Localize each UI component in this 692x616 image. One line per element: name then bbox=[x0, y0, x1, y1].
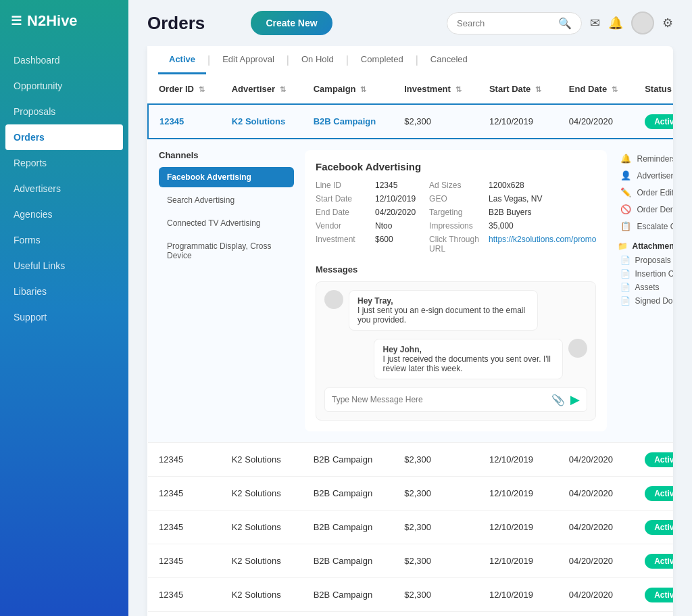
action-reminders[interactable]: 🔔 Reminders bbox=[618, 150, 673, 167]
sidebar-item-agencies[interactable]: Agencies bbox=[0, 202, 128, 227]
sidebar-item-proposals[interactable]: Proposals bbox=[0, 99, 128, 124]
table-row[interactable]: 12345 K2 Solutions B2B Campaign $2,300 1… bbox=[148, 544, 673, 578]
row1-start-date: 12/10/2019 bbox=[478, 443, 558, 477]
status-badge-expanded: Active bbox=[645, 114, 673, 129]
bell-icon[interactable]: 🔔 bbox=[608, 16, 623, 30]
attachments-title: 📁 Attachments bbox=[618, 241, 673, 251]
sort-icon-end-date[interactable]: ⇅ bbox=[612, 85, 618, 93]
sidebar-item-dashboard[interactable]: Dashboard bbox=[0, 47, 128, 73]
sidebar-item-forms[interactable]: Forms bbox=[0, 227, 128, 253]
sidebar-nav: Dashboard Opportunity Proposals Orders R… bbox=[0, 42, 128, 335]
expanded-end-date: 04/20/2020 bbox=[558, 104, 634, 139]
msg1-body: I just sent you an e-sign document to th… bbox=[357, 306, 525, 325]
attachment-insertion-orders[interactable]: 📄 Insertion Orders bbox=[618, 267, 673, 281]
sort-icon-campaign[interactable]: ⇅ bbox=[360, 85, 366, 93]
orders-table: Order ID ⇅ Advertiser ⇅ Campaign ⇅ Inv bbox=[147, 74, 673, 616]
action-escalate[interactable]: 📋 Escalate Order bbox=[618, 218, 673, 235]
sidebar-item-advertisers[interactable]: Advertisers bbox=[0, 176, 128, 202]
detail-line-id: Line ID 12345 bbox=[316, 181, 416, 190]
sort-icon-start-date[interactable]: ⇅ bbox=[535, 85, 541, 93]
tab-completed[interactable]: Completed bbox=[350, 46, 414, 74]
detail-geo: GEO Las Vegas, NV bbox=[429, 194, 596, 204]
sort-icon-order-id[interactable]: ⇅ bbox=[199, 85, 205, 93]
message-input[interactable] bbox=[332, 395, 546, 404]
app-logo[interactable]: ☰ N2Hive bbox=[0, 0, 128, 42]
col-order-id[interactable]: Order ID ⇅ bbox=[148, 74, 221, 104]
sidebar-item-opportunity[interactable]: Opportunity bbox=[0, 73, 128, 99]
sidebar-item-support[interactable]: Support bbox=[0, 304, 128, 330]
expanded-advertiser[interactable]: K2 Solutions bbox=[221, 104, 303, 139]
expanded-campaign[interactable]: B2B Campaign bbox=[303, 104, 394, 139]
table-row-expanded[interactable]: 12345 K2 Solutions B2B Campaign $2,300 1… bbox=[148, 104, 673, 139]
tab-active[interactable]: Active bbox=[158, 46, 206, 74]
create-new-button[interactable]: Create New bbox=[251, 11, 332, 35]
table-row[interactable]: 12345 K2 Solutions B2B Campaign $2,300 1… bbox=[148, 511, 673, 544]
user-avatar[interactable] bbox=[631, 11, 654, 34]
attachment-signed-docs[interactable]: 📄 Signed Documents bbox=[618, 294, 673, 308]
channels-panel: Channels Facebook Advertising Search Adv… bbox=[159, 150, 294, 431]
content-area: Active | Edit Approval | On Hold | Compl… bbox=[128, 46, 692, 616]
search-container[interactable]: 🔍 bbox=[447, 12, 582, 34]
escalate-icon: 📋 bbox=[620, 221, 631, 231]
order-edit-icon: ✏️ bbox=[620, 187, 631, 197]
tab-divider-2: | bbox=[287, 54, 289, 66]
attachment-proposals[interactable]: 📄 Proposals bbox=[618, 254, 673, 267]
action-advertiser-history[interactable]: 👤 Advertiser History bbox=[618, 167, 673, 184]
channel-programmatic[interactable]: Programmatic Display, Cross Device bbox=[159, 236, 294, 266]
sidebar-item-useful-links[interactable]: Useful Links bbox=[0, 253, 128, 279]
tab-divider-4: | bbox=[416, 54, 418, 66]
message-2: Hey John, I just received the documents … bbox=[324, 339, 587, 379]
attachment-assets[interactable]: 📄 Assets bbox=[618, 281, 673, 294]
row2-investment: $2,300 bbox=[393, 477, 478, 511]
col-end-date[interactable]: End Date ⇅ bbox=[558, 74, 634, 104]
expanded-order-id[interactable]: 12345 bbox=[148, 104, 221, 139]
col-advertiser[interactable]: Advertiser ⇅ bbox=[221, 74, 303, 104]
tab-canceled[interactable]: Canceled bbox=[420, 46, 478, 74]
row1-order-id: 12345 bbox=[148, 443, 221, 477]
send-button[interactable]: ▶ bbox=[570, 392, 580, 407]
sort-icon-advertiser[interactable]: ⇅ bbox=[280, 85, 286, 93]
table-row[interactable]: 12345 K2 Solutions B2B Campaign $2,300 1… bbox=[148, 612, 673, 617]
table-row[interactable]: 12345 K2 Solutions B2B Campaign $2,300 1… bbox=[148, 477, 673, 511]
advertiser-history-icon: 👤 bbox=[620, 170, 631, 181]
channel-connected-tv[interactable]: Connected TV Advertising bbox=[159, 213, 294, 233]
folder-icon-signed: 📄 bbox=[620, 296, 631, 306]
table-row[interactable]: 12345 K2 Solutions B2B Campaign $2,300 1… bbox=[148, 443, 673, 477]
search-input[interactable] bbox=[457, 18, 553, 28]
sidebar-item-reports[interactable]: Reports bbox=[0, 150, 128, 176]
detail-impressions: Impressions 35,000 bbox=[429, 221, 596, 231]
status-badge-2: Active bbox=[645, 486, 673, 501]
col-campaign[interactable]: Campaign ⇅ bbox=[303, 74, 394, 104]
status-badge-3: Active bbox=[645, 520, 673, 535]
status-badge-1: Active bbox=[645, 452, 673, 467]
col-status[interactable]: Status ⇅ bbox=[634, 74, 673, 104]
tab-divider-1: | bbox=[207, 54, 210, 66]
sidebar-item-libraries[interactable]: Libaries bbox=[0, 279, 128, 304]
attachment-icon[interactable]: 📎 bbox=[551, 394, 565, 406]
hamburger-icon[interactable]: ☰ bbox=[11, 14, 22, 28]
sort-icon-investment[interactable]: ⇅ bbox=[455, 85, 462, 93]
message-input-row[interactable]: 📎 ▶ bbox=[324, 387, 587, 412]
channel-facebook[interactable]: Facebook Advertising bbox=[159, 167, 294, 187]
mail-icon[interactable]: ✉ bbox=[590, 16, 600, 30]
col-investment[interactable]: Investment ⇅ bbox=[393, 74, 478, 104]
folder-icon-assets: 📄 bbox=[620, 283, 631, 292]
sidebar: ☰ N2Hive Dashboard Opportunity Proposals… bbox=[0, 0, 128, 616]
row2-advertiser: K2 Solutions bbox=[221, 477, 303, 511]
sidebar-item-orders[interactable]: Orders bbox=[5, 124, 123, 150]
table-row[interactable]: 12345 K2 Solutions B2B Campaign $2,300 1… bbox=[148, 578, 673, 612]
row1-advertiser: K2 Solutions bbox=[221, 443, 303, 477]
row1-end-date: 04/20/2020 bbox=[558, 443, 634, 477]
action-order-edit-history[interactable]: ✏️ Order Edit History bbox=[618, 184, 673, 201]
detail-start-date: Start Date 12/10/2019 bbox=[316, 194, 416, 204]
settings-icon[interactable]: ⚙ bbox=[662, 16, 673, 30]
col-start-date[interactable]: Start Date ⇅ bbox=[478, 74, 558, 104]
row1-status: Active bbox=[634, 443, 673, 477]
channel-search[interactable]: Search Advertising bbox=[159, 190, 294, 210]
messages-box: Hey Tray, I just sent you an e-sign docu… bbox=[316, 281, 596, 421]
action-order-deny-history[interactable]: 🚫 Order Deny History bbox=[618, 201, 673, 218]
message-bubble-1: Hey Tray, I just sent you an e-sign docu… bbox=[349, 290, 538, 331]
tab-on-hold[interactable]: On Hold bbox=[291, 46, 345, 74]
expanded-status: Active bbox=[634, 104, 673, 139]
tab-edit-approval[interactable]: Edit Approval bbox=[212, 46, 285, 74]
